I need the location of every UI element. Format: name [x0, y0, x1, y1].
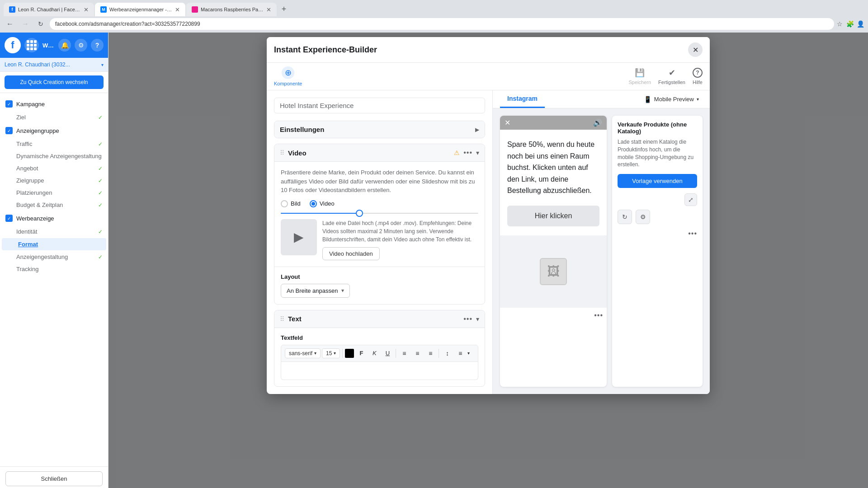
font-family-select[interactable]: sans-serif ▾ [285, 348, 321, 358]
radio-bild[interactable]: Bild [281, 200, 301, 207]
nav-item-budget[interactable]: Budget & Zeitplan ✓ [0, 199, 108, 211]
line-height-btn[interactable]: ↕ [441, 347, 453, 359]
layout-label: Layout [281, 273, 478, 280]
nav-item-format[interactable]: Format [2, 238, 106, 250]
extension-icon[interactable]: 🧩 [846, 20, 854, 28]
fb-gear-btn[interactable]: ⚙ [75, 39, 87, 52]
nav-item-kampagne[interactable]: ✓ Kampagne [0, 97, 108, 111]
nav-format-label: Format [18, 241, 97, 248]
template-use-btn[interactable]: Vorlage verwenden [618, 174, 697, 188]
align-center-btn[interactable]: ≡ [411, 347, 423, 359]
nav-item-anzeigengestaltung[interactable]: Anzeigengestaltung ✓ [0, 251, 108, 263]
browser-chrome: f Leon R. Chaudhari | Facebook ✕ M Werbe… [0, 0, 868, 16]
star-icon[interactable]: ☆ [837, 20, 843, 28]
text-toggle-btn[interactable]: ▾ [476, 315, 479, 323]
nav-item-tracking[interactable]: Tracking [0, 263, 108, 275]
tab-meta-close[interactable]: ✕ [175, 6, 180, 13]
template-more-dots[interactable]: ••• [618, 230, 697, 238]
preview-more-dots[interactable]: ••• [500, 308, 607, 323]
nav-item-identitat[interactable]: Identität ✓ [0, 225, 108, 238]
play-icon: ▶ [294, 230, 304, 244]
italic-btn[interactable]: K [368, 347, 380, 359]
drag-handle-text[interactable]: ⠿ [280, 315, 284, 323]
template-sidebar: Verkaufe Produkte (ohne Katalog) Lade st… [612, 116, 703, 387]
video-upload-btn[interactable]: Video hochladen [322, 247, 380, 260]
tab-mac[interactable]: Macarons Raspberries Pastr... ✕ [186, 3, 277, 16]
komponente-btn[interactable]: ⊕ Komponente [274, 66, 302, 86]
komponente-label: Komponente [274, 81, 302, 86]
tab-fb-close[interactable]: ✕ [84, 6, 89, 13]
forward-btn[interactable]: → [19, 18, 32, 30]
quick-creation-btn[interactable]: Zu Quick Creation wechseln [5, 75, 104, 89]
fb-help-btn[interactable]: ? [91, 39, 104, 52]
experience-name-input[interactable] [274, 98, 485, 113]
color-picker-btn[interactable] [345, 349, 354, 358]
list-dropdown-arrow[interactable]: ▾ [467, 351, 470, 356]
font-size-select[interactable]: 15 ▾ [322, 348, 340, 358]
list-btn[interactable]: ≡ [454, 347, 466, 359]
back-btn[interactable]: ← [4, 18, 16, 30]
video-section-body: Präsentiere deine Marke, dein Produkt od… [274, 162, 485, 267]
drag-handle-video[interactable]: ⠿ [280, 149, 284, 156]
video-section-header[interactable]: ⠿ Video ⚠ ••• ▾ [274, 144, 485, 162]
tab-mac-label: Macarons Raspberries Pastr... [201, 7, 264, 12]
video-thumbnail: ▶ [281, 219, 317, 255]
nav-item-dynamische[interactable]: Dynamische Anzeigengestaltung [0, 150, 108, 162]
close-button[interactable]: Schließen [5, 471, 103, 486]
nav-item-werbeanzeige[interactable]: ✓ Werbeanzeige [0, 211, 108, 225]
tab-fb[interactable]: f Leon R. Chaudhari | Facebook ✕ [4, 3, 94, 16]
text-input-area[interactable] [281, 362, 478, 380]
mobile-preview-btn[interactable]: 📱 Mobile Preview ▾ [640, 94, 703, 105]
fertigstellen-btn[interactable]: ✔ Fertigstellen [658, 68, 685, 85]
account-icon[interactable]: 👤 [857, 20, 864, 28]
fb-header-title: Werbeanzeigenmanage [42, 42, 55, 49]
nav-item-angebot[interactable]: Angebot ✓ [0, 162, 108, 174]
nav-ziel-label: Ziel [16, 114, 94, 121]
refresh-btn[interactable]: ↻ [34, 18, 47, 30]
bold-btn[interactable]: F [355, 347, 367, 359]
fb-bell-btn[interactable]: 🔔 [58, 39, 71, 52]
nav-item-traffic[interactable]: Traffic ✓ [0, 138, 108, 150]
underline-btn[interactable]: U [382, 347, 393, 359]
video-menu-btn[interactable]: ••• [463, 149, 472, 157]
nav-item-anzeigengruppe[interactable]: ✓ Anzeigengruppe [0, 123, 108, 138]
textfield-label: Textfeld [281, 334, 478, 341]
template-refresh-btn[interactable]: ↻ [618, 210, 632, 224]
nav-identitat-check: ✓ [98, 229, 103, 235]
text-menu-btn[interactable]: ••• [463, 315, 472, 323]
align-right-btn[interactable]: ≡ [425, 347, 436, 359]
fb-app-menu[interactable] [24, 38, 39, 52]
radio-video[interactable]: Video [310, 200, 335, 207]
nav-item-ziel[interactable]: Ziel ✓ [0, 111, 108, 123]
template-expand-btn[interactable]: ⤢ [684, 193, 697, 206]
address-input[interactable] [50, 18, 834, 30]
tab-mac-close[interactable]: ✕ [266, 6, 271, 13]
video-toggle-btn[interactable]: ▾ [476, 149, 479, 156]
speichern-btn[interactable]: 💾 Speichern [629, 68, 651, 85]
einstellungen-toggle[interactable]: ▶ [475, 127, 479, 133]
video-warning-icon: ⚠ [454, 149, 460, 156]
hilfe-btn[interactable]: ? Hilfe [693, 68, 703, 85]
radio-video-label: Video [320, 200, 335, 207]
modal-header: Instant Experience-Builder ✕ [267, 37, 710, 63]
einstellungen-header[interactable]: Einstellungen ▶ [274, 121, 485, 138]
template-settings-btn[interactable]: ⚙ [636, 210, 650, 224]
text-section-header[interactable]: ⠿ Text ••• ▾ [274, 310, 485, 328]
modal-close-btn[interactable]: ✕ [688, 42, 703, 57]
preview-close-icon[interactable]: ✕ [505, 118, 510, 127]
align-left-btn[interactable]: ≡ [398, 347, 410, 359]
tab-fb-label: Leon R. Chaudhari | Facebook [18, 7, 81, 12]
nav-ziel-check: ✓ [98, 114, 103, 121]
preview-cta-btn[interactable]: Hier klicken [507, 206, 599, 226]
nav-item-zielgruppe[interactable]: Zielgruppe ✓ [0, 174, 108, 187]
layout-select[interactable]: An Breite anpassen ▾ [281, 284, 350, 298]
text-title: Text [288, 315, 460, 323]
preview-volume-icon[interactable]: 🔊 [593, 118, 602, 127]
tab-meta[interactable]: M Werbeanzeigenmanager - Cr... ✕ [95, 3, 185, 16]
nav-platzierungen-label: Platzierungen [16, 189, 94, 196]
nav-item-platzierungen[interactable]: Platzierungen ✓ [0, 187, 108, 199]
account-chevron: ▾ [101, 62, 104, 67]
new-tab-btn[interactable]: + [278, 3, 290, 15]
tab-instagram[interactable]: Instagram [500, 90, 545, 108]
account-selector[interactable]: Leon R. Chaudhari (3032... ▾ [0, 58, 108, 72]
